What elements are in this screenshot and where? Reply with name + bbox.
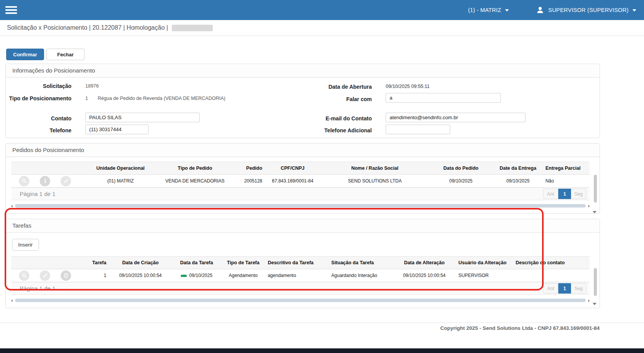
contato-label: Contato xyxy=(6,115,71,122)
confirm-button[interactable]: Confirmar xyxy=(6,49,44,60)
pedidos-hscroll-thumb[interactable] xyxy=(15,204,585,208)
tarefas-next-page-button[interactable]: Seg xyxy=(571,283,586,294)
info-button[interactable] xyxy=(40,176,50,186)
pedidos-page-1-button[interactable]: 1 xyxy=(558,189,571,199)
pencil-icon xyxy=(42,273,48,278)
page-title-row: Solicitação x Posicionamento | 20.122087… xyxy=(0,20,644,36)
scroll-left-icon[interactable]: ‹ xyxy=(11,203,13,208)
tarefas-page-indicator: Página 1 de 1 xyxy=(20,285,56,292)
tarefas-pagination: Página 1 de 1 Ant 1 Seg xyxy=(11,282,590,295)
scroll-left-icon[interactable]: ‹ xyxy=(11,298,13,303)
col-data-do-pedido: Data do Pedido xyxy=(429,162,493,175)
view-button[interactable] xyxy=(19,176,29,186)
cell-data-criacao: 09/10/2025 10:00:54 xyxy=(108,269,172,282)
email-contato-input[interactable] xyxy=(386,113,525,122)
tarefas-horizontal-scrollbar[interactable]: ‹ › xyxy=(11,297,590,303)
tarefas-page-1-button[interactable]: 1 xyxy=(558,283,571,294)
cell-tipo-tarefa: Agendamento xyxy=(221,269,265,282)
col-nome-razao-social: Nome / Razão Social xyxy=(321,162,429,175)
action-toolbar: Confirmar Fechar xyxy=(6,49,644,60)
document-icon xyxy=(63,273,69,278)
cell-descricao-contato xyxy=(513,269,590,282)
scroll-down-icon[interactable] xyxy=(593,211,597,213)
falar-com-label: Falar com xyxy=(272,96,372,102)
cell-data-alteracao: 09/10/2025 10:00:54 xyxy=(393,269,456,282)
branch-selector-dropdown[interactable]: (1) - MATRIZ xyxy=(468,7,509,13)
edit-button[interactable] xyxy=(61,176,71,186)
falar-com-input[interactable] xyxy=(386,93,501,103)
tarefas-header-row: Tarefa Data de Criação Data da Tarefa Ti… xyxy=(11,257,590,269)
insert-task-button[interactable]: Inserir xyxy=(12,239,39,251)
contato-input[interactable] xyxy=(85,113,200,122)
col-entrega-parcial: Entrega Parcial xyxy=(543,162,590,175)
col-cpf-cnpj: CPF/CNPJ xyxy=(264,162,320,175)
telefone-input[interactable] xyxy=(85,125,149,134)
pedidos-table: Unidade Operacional Tipo de Pedido Pedid… xyxy=(11,162,590,187)
col-unidade-operacional: Unidade Operacional xyxy=(85,162,156,175)
telefone-adicional-input[interactable] xyxy=(386,125,450,134)
tarefas-table: Tarefa Data de Criação Data da Tarefa Ti… xyxy=(11,256,590,282)
col-tarefa: Tarefa xyxy=(83,257,109,269)
email-contato-label: E-mail do Contato xyxy=(272,115,372,122)
task-view-button[interactable] xyxy=(19,270,29,281)
tarefas-actions-header xyxy=(11,257,83,269)
pedidos-next-page-button[interactable]: Seg xyxy=(571,189,586,199)
search-icon xyxy=(22,178,27,184)
task-edit-button[interactable] xyxy=(40,270,50,281)
col-data-criacao: Data de Criação xyxy=(108,257,172,269)
pedidos-page-indicator: Página 1 de 1 xyxy=(20,191,56,197)
tipo-posicionamento-code: 1 xyxy=(85,96,88,101)
pedidos-table-row: (01) MATRIZ VENDA DE MERCADORIAS 2005128… xyxy=(11,175,590,187)
user-icon xyxy=(536,6,544,14)
pedidos-actions-header xyxy=(11,162,85,175)
chevron-down-icon xyxy=(632,9,636,12)
telefone-label: Telefone xyxy=(6,127,71,133)
info-icon xyxy=(42,178,48,184)
solicitacao-label: Solicitação xyxy=(6,83,71,89)
col-situacao-tarefa: Situação da Tarefa xyxy=(329,257,393,269)
cell-data-pedido: 09/10/2025 xyxy=(429,175,493,187)
pedidos-prev-page-button[interactable]: Ant xyxy=(543,189,558,199)
cell-tarefa: 1 xyxy=(83,269,109,282)
tipo-posicionamento-value: Régua de Pedido de Revenda (VENDA DE MER… xyxy=(98,96,225,101)
telefone-adicional-label: Telefone Adicional xyxy=(272,127,372,133)
cell-cpf-cnpj: 67.843.169/0001-84 xyxy=(264,175,320,187)
scroll-right-icon[interactable]: › xyxy=(588,203,590,208)
cell-pedido: 2005128 xyxy=(234,175,264,187)
close-button[interactable]: Fechar xyxy=(46,49,85,60)
scroll-right-icon[interactable]: › xyxy=(588,298,590,303)
branch-selector-label: (1) - MATRIZ xyxy=(468,7,501,13)
solicitacao-value: 18976 xyxy=(85,83,99,89)
cell-descritivo: agendamento xyxy=(265,269,329,282)
tipo-posicionamento-label: Tipo de Posicionamento xyxy=(6,95,71,101)
footer-divider xyxy=(0,323,644,323)
cell-nome: SEND SOLUTIONS LTDA xyxy=(321,175,429,187)
panel-tarefas: Tarefas Inserir Tarefa Data de Criação D… xyxy=(5,219,600,308)
pedidos-header-row: Unidade Operacional Tipo de Pedido Pedid… xyxy=(11,162,590,175)
cell-unidade: (01) MATRIZ xyxy=(85,175,156,187)
user-menu-dropdown[interactable]: SUPERVISOR (SUPERVISOR) xyxy=(536,6,636,14)
pedidos-vertical-scrollbar[interactable] xyxy=(594,175,597,203)
pedidos-horizontal-scrollbar[interactable]: ‹ › xyxy=(11,203,590,209)
hamburger-menu-icon[interactable] xyxy=(5,5,19,15)
col-data-tarefa: Data da Tarefa xyxy=(172,257,221,269)
cell-usuario: SUPERVISOR xyxy=(456,269,513,282)
top-navbar: (1) - MATRIZ SUPERVISOR (SUPERVISOR) xyxy=(0,0,644,20)
pencil-icon xyxy=(63,178,69,184)
section-title-tarefas: Tarefas xyxy=(6,219,600,233)
tarefas-vertical-scrollbar[interactable] xyxy=(594,268,597,296)
scroll-down-icon[interactable] xyxy=(593,303,597,305)
col-tipo-de-pedido: Tipo de Pedido xyxy=(156,162,234,175)
col-pedido: Pedido xyxy=(234,162,264,175)
task-date-indicator-icon xyxy=(181,275,187,277)
tarefas-prev-page-button[interactable]: Ant xyxy=(543,283,558,294)
col-tipo-tarefa: Tipo de Tarefa xyxy=(221,257,265,269)
section-title-pedidos: Pedidos do Posicionamento xyxy=(6,144,600,157)
footer-bar xyxy=(0,348,644,353)
task-document-button[interactable] xyxy=(61,270,71,281)
section-title-informacoes: Informações do Posicionamento xyxy=(6,64,600,78)
chevron-down-icon xyxy=(505,9,509,12)
tarefas-hscroll-thumb[interactable] xyxy=(15,299,585,302)
panel-pedidos-posicionamento: Pedidos do Posicionamento Unidade Operac… xyxy=(5,143,600,214)
col-usuario-alteracao: Usuário da Alteração xyxy=(456,257,513,269)
